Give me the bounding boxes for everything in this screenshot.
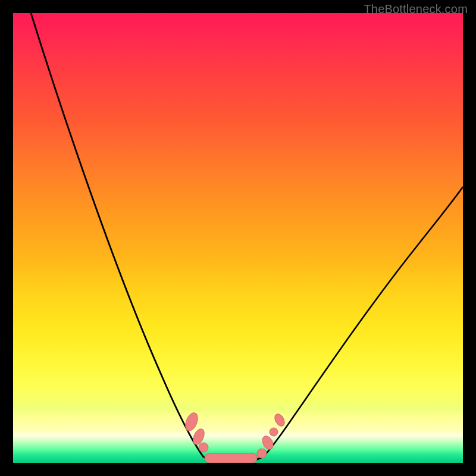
curve-left-branch xyxy=(31,13,203,457)
watermark-text: TheBottleneck.com xyxy=(364,2,468,16)
svg-point-7 xyxy=(273,412,286,428)
svg-point-4 xyxy=(257,449,267,458)
svg-point-6 xyxy=(270,428,278,436)
curve-right-branch xyxy=(263,187,463,457)
valley-markers xyxy=(183,411,287,463)
bottleneck-curve xyxy=(13,13,463,463)
svg-rect-3 xyxy=(205,453,257,463)
svg-point-0 xyxy=(183,411,201,433)
svg-point-2 xyxy=(199,443,208,452)
plot-area xyxy=(13,13,463,463)
chart-frame: TheBottleneck.com xyxy=(0,0,476,476)
